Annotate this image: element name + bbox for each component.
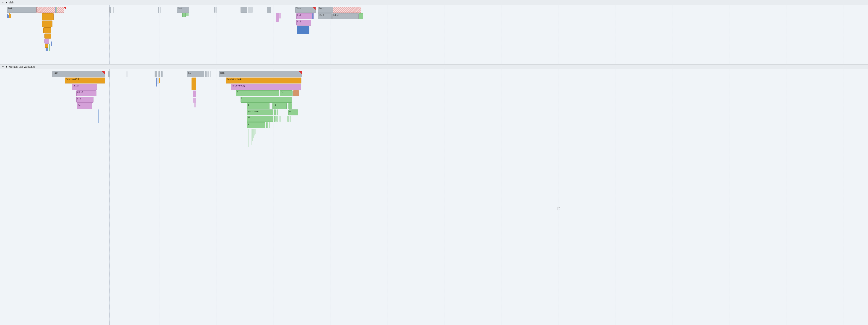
worker-grid-12 (730, 69, 730, 325)
timeline-container: ▼ ▼ Main Task (0, 0, 868, 325)
worker-gee-block[interactable]: ge...e (76, 90, 96, 96)
worker-deep-line-5 (253, 129, 254, 138)
worker-section-header: ▼ ▼ Worker: exif-worker.js (0, 64, 868, 69)
worker-blue-line (98, 110, 98, 123)
worker-deep-line-3 (251, 129, 251, 145)
worker-grid-10 (616, 69, 616, 325)
main-task-block[interactable]: Task (7, 7, 36, 13)
worker-task-left[interactable]: Task (53, 71, 105, 77)
main-lat-block[interactable]: La...t (333, 13, 359, 19)
green-tiny-right (186, 13, 189, 16)
worker-e-block[interactable]: _e (273, 103, 287, 109)
grid-line (274, 5, 274, 64)
grid-line (673, 5, 673, 64)
small-blocks-row-1 (7, 13, 11, 18)
worker-grid-11 (673, 69, 673, 325)
worker-f-block[interactable]: f... (77, 103, 92, 109)
tiny-block (10, 14, 11, 18)
worker-narrow-task-2 (127, 71, 127, 77)
worker-deep-line-6 (254, 129, 255, 136)
worker-purple-mid-3 (194, 103, 196, 108)
main-section-header: ▼ ▼ Main (0, 0, 868, 5)
worker-t-task[interactable]: T... (187, 71, 204, 77)
worker-v-block[interactable]: V (247, 122, 265, 128)
main-gold-small (45, 44, 48, 48)
worker-narrow-3 (208, 71, 209, 77)
grid-line (730, 5, 730, 64)
small-task-5 (214, 7, 215, 13)
far-right-task-1 (241, 7, 247, 13)
far-right-task-3 (267, 7, 271, 13)
worker-collapse-icon[interactable]: ▼ (2, 66, 4, 68)
main-blue-tiny (51, 41, 52, 46)
worker-grid-5 (331, 69, 331, 325)
green-right-task (359, 13, 363, 19)
worker-narrow-v-3 (269, 122, 270, 128)
worker-deep-line-2 (250, 129, 250, 150)
small-task-6 (216, 7, 217, 13)
worker-z-block[interactable]: z (247, 103, 270, 109)
main-gold-block-4 (44, 33, 51, 38)
grid-line (444, 5, 445, 64)
worker-blue-bar-1 (156, 78, 157, 87)
worker-w-block[interactable]: W (247, 116, 273, 122)
main-task-stripe (36, 7, 64, 13)
purple-small-right (279, 13, 281, 19)
worker-blue-bar-2 (158, 78, 158, 84)
main-fl-block[interactable]: F...l (297, 13, 314, 19)
main-collapse-icon[interactable]: ▼ (2, 1, 4, 4)
mid-bar-2 (56, 7, 57, 13)
worker-lt-block[interactable]: lt (241, 97, 292, 102)
worker-narrow-green-5 (280, 116, 281, 122)
main-gold-block-2 (42, 21, 53, 27)
worker-green-tiny-2 (274, 110, 276, 115)
worker-ft-block[interactable]: ft (236, 90, 279, 96)
grid-line (388, 5, 388, 64)
worker-narrow-v-2 (267, 122, 268, 128)
main-gold-block (42, 13, 54, 20)
worker-parens-block[interactable]: (...) (76, 97, 93, 102)
main-parens-block[interactable]: (...) (297, 20, 311, 26)
worker-as-block[interactable]: (a...s) (72, 84, 97, 90)
worker-deep-line-4 (252, 129, 253, 141)
worker-task-right[interactable]: Task (219, 71, 302, 77)
worker-run-microtasks[interactable]: Run Microtasks (226, 78, 302, 84)
main-track: Task Task (0, 5, 868, 64)
worker-function-call[interactable]: Function Call (65, 78, 105, 84)
mid-task-overlay (178, 7, 188, 13)
worker-track: Task Function Call (a...s) ge...e (...) … (0, 69, 868, 325)
main-blue-rect (297, 26, 309, 34)
worker-gold-bar (159, 78, 160, 83)
worker-mid-gray-3 (161, 71, 162, 77)
worker-anous-block[interactable]: (ano...ous) (247, 110, 273, 115)
worker-deep-line-7 (255, 129, 256, 134)
worker-grid-7 (444, 69, 445, 325)
mid-bar-1 (55, 7, 56, 13)
worker-open-paren[interactable]: (... (280, 90, 292, 96)
worker-grid-6 (388, 69, 388, 325)
red-corner-indicator (63, 7, 66, 10)
grid-line (786, 5, 787, 64)
main-task-far-right-1[interactable]: Task (295, 7, 316, 13)
it-label: It (555, 201, 688, 217)
worker-narrow-green-1 (274, 116, 275, 122)
main-re-block[interactable]: R...e (318, 13, 332, 19)
main-gold-block-3 (43, 27, 51, 33)
worker-anonymous[interactable]: (anonymous) (231, 84, 301, 90)
worker-narrow-v-1 (266, 122, 267, 128)
main-blue-small (45, 48, 48, 51)
worker-narrow-green-2 (275, 116, 277, 122)
worker-grid-13 (786, 69, 787, 325)
small-task-3 (158, 7, 159, 13)
small-blue-bar-right (312, 13, 313, 19)
worker-narrow-2 (205, 71, 207, 77)
far-right-task-2 (248, 7, 253, 13)
worker-narrow-task-1 (108, 71, 110, 77)
worker-deep-line-1 (249, 129, 249, 147)
worker-mid-gray-1 (155, 71, 157, 77)
tiny-block (8, 15, 9, 18)
worker-gold-tall (191, 78, 196, 90)
worker-green-tiny-1 (288, 103, 291, 109)
worker-narrow-green-4 (279, 116, 280, 122)
worker-o-block[interactable]: o (288, 110, 298, 115)
